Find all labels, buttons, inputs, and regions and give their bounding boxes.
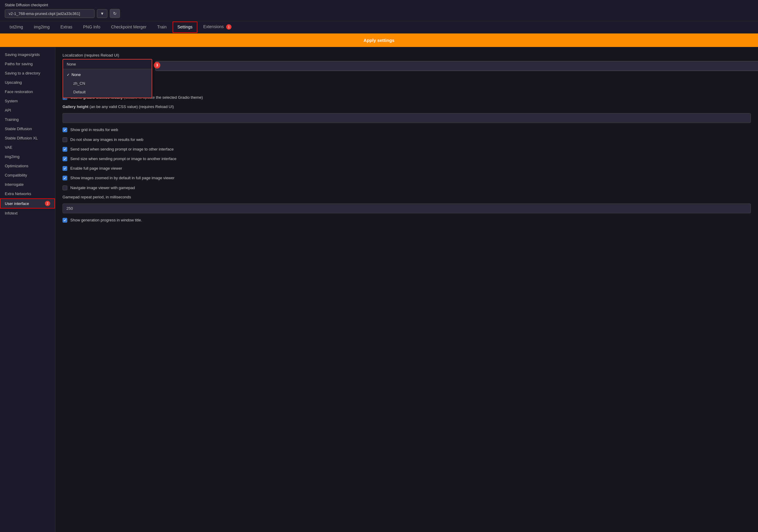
sidebar-item-training[interactable]: Training	[0, 115, 55, 124]
apply-settings-label: Apply settings	[363, 38, 394, 43]
no-images-checkbox[interactable]	[62, 137, 67, 142]
sidebar-item-extra-networks[interactable]: Extra Networks	[0, 189, 55, 198]
tab-png-info[interactable]: PNG Info	[78, 21, 105, 33]
main-layout: Saving images/grids Paths for saving Sav…	[0, 47, 758, 532]
content-area: Localization (requires Reload UI) ✓ None…	[55, 47, 758, 532]
send-size-label: Send size when sending prompt or image t…	[70, 156, 177, 161]
send-size-checkbox[interactable]	[62, 157, 67, 161]
show-generation-progress-checkbox[interactable]	[62, 218, 67, 223]
full-page-viewer-row: Enable full page image viewer	[62, 166, 751, 171]
navigate-gamepad-label: Navigate image viewer with gamepad	[70, 185, 135, 191]
sidebar-item-vae[interactable]: VAE	[0, 143, 55, 152]
send-seed-checkbox[interactable]	[62, 147, 67, 152]
show-zoomed-row: Show images zoomed in by default in full…	[62, 175, 751, 181]
send-seed-label: Send seed when sending prompt or image t…	[70, 147, 174, 152]
send-size-row: Send size when sending prompt or image t…	[62, 156, 751, 161]
checkpoint-dropdown-btn[interactable]: ▼	[97, 9, 107, 18]
navigate-gamepad-checkbox[interactable]	[62, 186, 67, 190]
send-seed-row: Send seed when sending prompt or image t…	[62, 147, 751, 152]
localization-input-bg[interactable]	[155, 61, 758, 71]
gamepad-period-section: Gamepad repeat period, in milliseconds	[62, 195, 751, 213]
show-grid-row: Show grid in results for web	[62, 127, 751, 132]
sidebar-item-infotext[interactable]: Infotext	[0, 209, 55, 218]
gamepad-period-label: Gamepad repeat period, in milliseconds	[62, 195, 751, 199]
localization-option-default[interactable]: Default	[63, 88, 152, 96]
tab-train[interactable]: Train	[153, 21, 171, 33]
sidebar-item-img2img[interactable]: img2img	[0, 152, 55, 161]
checkpoint-select[interactable]: v2-1_768-ema-pruned.ckpt [ad2a33c361]	[5, 9, 94, 18]
localization-option-zh-cn[interactable]: zh_CN	[63, 79, 152, 88]
gallery-height-input[interactable]	[62, 113, 751, 123]
sidebar-item-compatibility[interactable]: Compatibility	[0, 170, 55, 180]
show-grid-label: Show grid in results for web	[70, 127, 118, 132]
sidebar-item-system[interactable]: System	[0, 96, 55, 106]
nav-tabs: txt2img img2img Extras PNG Info Checkpoi…	[0, 21, 758, 33]
sidebar-item-saving-images[interactable]: Saving images/grids	[0, 50, 55, 59]
show-grid-checkbox[interactable]	[62, 127, 67, 132]
localization-search-input[interactable]	[63, 59, 152, 69]
show-generation-progress-row: Show generation progress in window title…	[62, 218, 751, 223]
localization-section: Localization (requires Reload UI) ✓ None…	[62, 53, 751, 71]
apply-settings-bar[interactable]: Apply settings	[0, 33, 758, 47]
full-page-viewer-checkbox[interactable]	[62, 166, 67, 171]
full-page-viewer-label: Enable full page image viewer	[70, 166, 122, 171]
checkpoint-label: Stable Diffusion checkpoint	[5, 3, 753, 7]
show-generation-progress-label: Show generation progress in window title…	[70, 218, 142, 223]
gamepad-period-input[interactable]	[62, 203, 751, 213]
cache-gradio-row: Cache gradio themes locally (disable to …	[62, 95, 751, 100]
tab-settings[interactable]: Settings	[173, 21, 197, 33]
sidebar-item-face-restoration[interactable]: Face restoration	[0, 87, 55, 96]
top-bar: Stable Diffusion checkpoint v2-1_768-ema…	[0, 0, 758, 21]
tab-txt2img[interactable]: txt2img	[5, 21, 28, 33]
no-images-label: Do not show any images in results for we…	[70, 137, 143, 142]
sidebar-item-stable-diffusion[interactable]: Stable Diffusion	[0, 124, 55, 133]
localization-option-none[interactable]: ✓ None	[63, 70, 152, 79]
tab-checkpoint-merger[interactable]: Checkpoint Merger	[106, 21, 151, 33]
sidebar-item-paths-for-saving[interactable]: Paths for saving	[0, 59, 55, 68]
show-zoomed-checkbox[interactable]	[62, 176, 67, 180]
sidebar-item-interrogate[interactable]: Interrogate	[0, 180, 55, 189]
localization-options: ✓ None zh_CN Default	[63, 69, 152, 97]
user-interface-badge: 2	[45, 201, 50, 206]
checkpoint-refresh-btn[interactable]: ↻	[110, 9, 120, 18]
sidebar-item-user-interface[interactable]: User interface 2	[0, 198, 55, 209]
sidebar-item-saving-to-directory[interactable]: Saving to a directory	[0, 68, 55, 78]
tab-img2img[interactable]: img2img	[29, 21, 54, 33]
sidebar-item-optimizations[interactable]: Optimizations	[0, 161, 55, 170]
show-zoomed-label: Show images zoomed in by default in full…	[70, 175, 174, 181]
sidebar-item-upscaling[interactable]: Upscaling	[0, 78, 55, 87]
gallery-height-label: Gallery height (an be any valid CSS valu…	[62, 104, 751, 109]
checkpoint-row: v2-1_768-ema-pruned.ckpt [ad2a33c361] ▼ …	[5, 9, 753, 18]
check-icon: ✓	[67, 73, 70, 77]
extensions-badge: 1	[226, 24, 231, 30]
gallery-height-section: Gallery height (an be any valid CSS valu…	[62, 104, 751, 123]
tab-extras[interactable]: Extras	[56, 21, 77, 33]
no-images-row: Do not show any images in results for we…	[62, 137, 751, 142]
sidebar-item-api[interactable]: API	[0, 106, 55, 115]
sidebar: Saving images/grids Paths for saving Sav…	[0, 47, 55, 532]
sidebar-item-stable-diffusion-xl[interactable]: Stable Diffusion XL	[0, 133, 55, 143]
localization-label: Localization (requires Reload UI)	[62, 53, 751, 57]
tab-extensions[interactable]: Extensions 1	[199, 21, 236, 33]
localization-dropdown[interactable]: ✓ None zh_CN Default	[62, 59, 152, 98]
navigate-gamepad-row: Navigate image viewer with gamepad	[62, 185, 751, 191]
